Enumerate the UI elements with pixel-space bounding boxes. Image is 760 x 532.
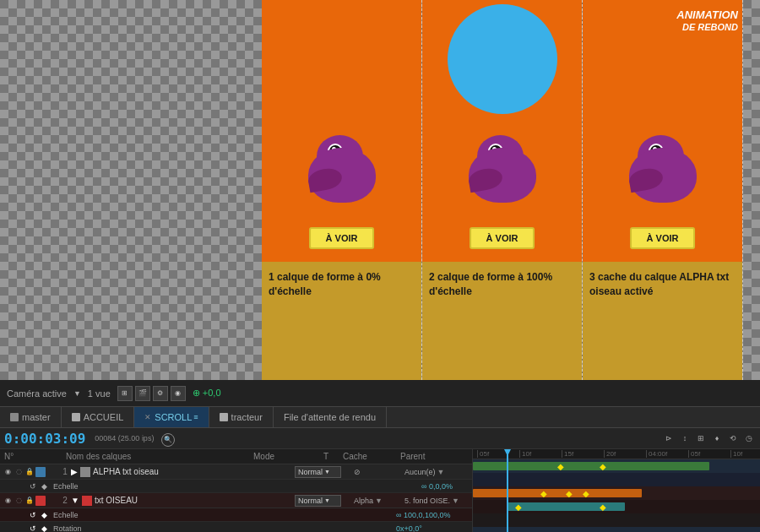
layer-1-expand[interactable]: ▶ xyxy=(71,467,78,476)
panel-3-bottom: 3 cache du calque ALPHA txt oiseau activ… xyxy=(583,262,742,380)
tl-keyframe-6: ◆ xyxy=(515,502,522,512)
tl-icon-3[interactable]: ⊞ xyxy=(694,432,708,445)
tab-scroll[interactable]: ✕ SCROLL ≡ xyxy=(134,407,209,427)
tl-icon-6[interactable]: ◷ xyxy=(742,432,756,445)
col-cache: Cache xyxy=(343,452,394,461)
panel-1-top: À VOIR xyxy=(262,0,421,262)
view-icons: ⊞ 🎬 ⚙ ◉ xyxy=(117,386,186,401)
btn-voir-3[interactable]: À VOIR xyxy=(630,227,696,249)
col-name: Nom des calques xyxy=(66,452,247,461)
rebond-line1: ANIMATION xyxy=(676,8,738,22)
layer-row-1[interactable]: ◉ ◌ 🔒 1 ▶ ALPHA txt oiseau Normal ▼ ⊘ Au… xyxy=(0,464,472,480)
prop-echelle-1-name: Echelle xyxy=(53,482,421,491)
tl-icon-5[interactable]: ⟲ xyxy=(726,432,740,445)
tl-bar-layer2-orange[interactable] xyxy=(473,489,642,497)
prop-echelle-2-val: ∞ 100,0,100,0% xyxy=(396,511,472,519)
prop-rotation-val: 0x+0,0° xyxy=(396,524,472,533)
tl-bar-layer1-green[interactable] xyxy=(473,462,709,470)
tl-spacer-1 xyxy=(473,473,760,486)
layer-2-type-icon xyxy=(82,496,92,506)
playhead[interactable] xyxy=(507,449,508,532)
timeline-area: Caméra active ▼ 1 vue ⊞ 🎬 ⚙ ◉ ⊕ +0,0 mas… xyxy=(0,380,760,532)
settings-icon[interactable]: ⚙ xyxy=(153,386,168,401)
layer-1-type-icon xyxy=(80,467,90,477)
col-t: T xyxy=(323,452,336,461)
layer-row-2[interactable]: ◉ ◌ 🔒 2 ▼ txt OISEAU Normal ▼ Alpha ▼ xyxy=(0,493,472,508)
ruler-mark-2: 15f xyxy=(562,450,604,458)
layer-1-echelle: ↺ ◆ Echelle ∞ 0,0,0% xyxy=(0,480,472,493)
view-label: 1 vue xyxy=(88,388,111,399)
lock-icon-2[interactable]: 🔒 xyxy=(24,496,35,506)
panel-2: À VOIR 2 calque de forme à 100% d'échell… xyxy=(422,0,583,380)
prop-diamond-icon-3: ◆ xyxy=(41,524,53,533)
ruler-mark-1: 10f xyxy=(519,450,562,458)
eye-icon-1[interactable]: ◉ xyxy=(3,467,13,477)
rebond-text: ANIMATION DE REBOND xyxy=(676,8,738,33)
ruler-mark-0: 05f xyxy=(477,450,519,458)
tab-close-icon[interactable]: ✕ xyxy=(144,413,151,421)
layer-2-expand[interactable]: ▼ xyxy=(71,496,79,505)
solo-icon-2[interactable]: ◌ xyxy=(14,496,24,506)
film-icon[interactable]: 🎬 xyxy=(135,386,150,401)
col-parent: Parent xyxy=(400,452,468,461)
tabs-row: master ACCUEIL ✕ SCROLL ≡ tracteur File … xyxy=(0,407,760,428)
tl-icon-1[interactable]: ⊳ xyxy=(662,432,676,445)
solo-icon-1[interactable]: ◌ xyxy=(14,467,24,477)
tab-accueil[interactable]: ACCUEIL xyxy=(62,407,135,427)
canvas-area: À VOIR 1 calque de forme à 0% d'échelle … xyxy=(0,0,760,380)
eye-icon-2[interactable]: ◉ xyxy=(3,496,13,506)
layer-1-icons: ◉ ◌ 🔒 xyxy=(0,467,59,477)
fps-label: 00084 (25.00 ips) xyxy=(95,434,154,442)
layer-2-name: txt OISEAU xyxy=(95,496,295,505)
panel-2-bottom: 2 calque de forme à 100% d'échelle xyxy=(422,262,582,380)
tl-keyframe-4: ◆ xyxy=(566,489,573,498)
tl-right-icons: ⊳ ↕ ⊞ ♦ ⟲ ◷ xyxy=(662,432,756,445)
ruler-mark-5: 05f xyxy=(688,450,730,458)
layer-2-num: 2 xyxy=(59,496,71,505)
search-tl[interactable]: 🔍 xyxy=(161,430,175,447)
camera-label: Caméra active xyxy=(7,388,67,399)
color-box-1[interactable] xyxy=(35,467,46,477)
prop-rotate-icon: ↺ xyxy=(30,482,41,491)
layer-1-mode[interactable]: Normal ▼ xyxy=(295,466,341,478)
layer-1-num: 1 xyxy=(59,467,71,476)
bird-2 xyxy=(464,135,540,203)
tl-keyframe-3: ◆ xyxy=(540,489,547,498)
coord-label: ⊕ +0,0 xyxy=(193,388,221,399)
layer-2-echelle: ↺ ◆ Echelle ∞ 100,0,100,0% xyxy=(0,508,472,522)
timecode[interactable]: 0:00:03:09 xyxy=(4,431,85,447)
tl-icon-2[interactable]: ↕ xyxy=(678,432,692,445)
prop-rotate-icon-3: ↺ xyxy=(30,524,41,533)
tl-prop-rotation-row xyxy=(473,513,760,527)
layer-1-parent: Aucun(e) ▼ xyxy=(404,468,472,476)
panel-3: ANIMATION DE REBOND À VOIR 3 cache du ca… xyxy=(583,0,743,380)
tl-keyframe-7: ◆ xyxy=(600,502,606,512)
cam-dropdown-arrow[interactable]: ▼ xyxy=(73,389,81,398)
rebond-line2: DE REBOND xyxy=(676,22,738,33)
tl-icon-4[interactable]: ♦ xyxy=(710,432,724,445)
layers-header-row: N° Nom des calques Mode T Cache Parent xyxy=(0,449,472,464)
panel-1: À VOIR 1 calque de forme à 0% d'échelle xyxy=(262,0,422,380)
tl-prop-echelle-row: ◆ ◆ xyxy=(473,500,760,513)
grid-icon[interactable]: ⊞ xyxy=(117,386,133,401)
layer-1-cache: ⊘ xyxy=(354,468,404,476)
blue-circle xyxy=(448,4,557,114)
btn-voir-1[interactable]: À VOIR xyxy=(309,227,375,249)
globe-icon[interactable]: ◉ xyxy=(171,386,186,401)
tl-keyframe-2: ◆ xyxy=(600,462,606,471)
panel-3-top: ANIMATION DE REBOND À VOIR xyxy=(583,0,742,262)
panel-2-desc: 2 calque de forme à 100% d'échelle xyxy=(429,270,575,299)
color-box-2[interactable] xyxy=(35,496,46,506)
tab-file-attente[interactable]: File d'attente de rendu xyxy=(274,407,387,427)
layer-2-parent: 5. fond OISE. ▼ xyxy=(404,497,472,505)
tl-bar-prop-teal[interactable] xyxy=(507,502,625,511)
tab-tracteur[interactable]: tracteur xyxy=(209,407,274,427)
panel-2-top: À VOIR xyxy=(422,0,582,262)
lock-icon-1[interactable]: 🔒 xyxy=(24,467,35,477)
layer-2-mode[interactable]: Normal ▼ xyxy=(295,495,341,507)
btn-voir-2[interactable]: À VOIR xyxy=(470,227,535,249)
tab-master[interactable]: master xyxy=(0,407,62,427)
bird-1 xyxy=(304,135,380,203)
ruler-mark-3: 20f xyxy=(604,450,646,458)
layer-2-cache[interactable]: Alpha ▼ xyxy=(354,497,404,505)
